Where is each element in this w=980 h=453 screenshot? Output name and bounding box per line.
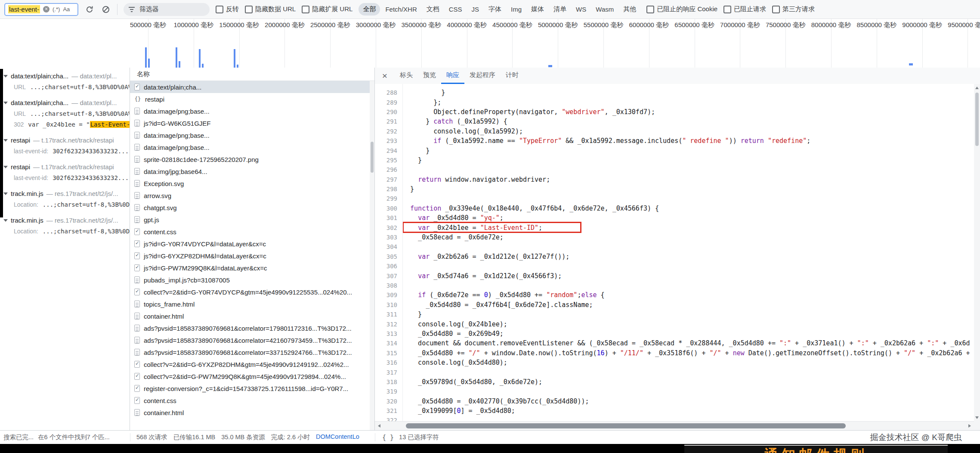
line-number[interactable]: 316 xyxy=(375,359,402,366)
code-vertical-scrollbar[interactable] xyxy=(974,84,980,422)
expand-triangle-icon[interactable] xyxy=(3,166,8,168)
line-number[interactable]: 301 xyxy=(375,214,402,221)
expand-triangle-icon[interactable] xyxy=(3,219,8,222)
regex-icon[interactable]: (.*) xyxy=(53,6,60,12)
code-line[interactable]: 289 }; xyxy=(375,97,974,107)
filter-pill-CSS[interactable]: CSS xyxy=(445,3,467,15)
third-party-checkbox[interactable]: 第三方请求 xyxy=(772,5,815,13)
line-number[interactable]: 304 xyxy=(375,243,402,250)
code-horizontal-scrollbar[interactable] xyxy=(375,421,974,430)
expand-triangle-icon[interactable] xyxy=(3,139,8,142)
checkbox-icon[interactable] xyxy=(646,6,654,13)
close-detail-icon[interactable]: × xyxy=(375,68,395,84)
name-column-header[interactable]: 名称 xyxy=(130,68,374,81)
code-line[interactable]: 288 } xyxy=(375,88,974,97)
request-row[interactable]: data:image/png;base... xyxy=(130,141,370,153)
line-number[interactable]: 298 xyxy=(375,186,402,192)
filter-pill-Wasm[interactable]: Wasm xyxy=(591,3,618,15)
line-number[interactable]: 290 xyxy=(375,109,402,115)
line-number[interactable]: 315 xyxy=(375,350,402,357)
expand-triangle-icon[interactable] xyxy=(3,192,8,195)
line-number[interactable]: 293 xyxy=(375,137,402,144)
code-line[interactable]: 308 xyxy=(375,281,974,290)
request-row[interactable]: collect?v=2&tid=G-6YXZP82DHM&gtm=45je499… xyxy=(130,358,370,370)
line-number[interactable]: 302 xyxy=(375,224,402,231)
code-line[interactable]: 307 var _0x5d74a6 = _0x1d212e(_0x4566f3)… xyxy=(375,271,974,280)
line-number[interactable]: 320 xyxy=(375,398,402,405)
tab-计时[interactable]: 计时 xyxy=(501,68,524,84)
code-line[interactable]: 306 xyxy=(375,261,974,271)
code-line[interactable]: 302 var _0x24b1ee = "Last-Event-ID"; xyxy=(375,223,974,232)
line-number[interactable]: 294 xyxy=(375,147,402,154)
line-number[interactable]: 310 xyxy=(375,301,402,308)
line-number[interactable]: 297 xyxy=(375,176,402,183)
search-file-row[interactable]: track.min.js— res.17track.net/t2/js/... xyxy=(0,215,130,226)
request-row[interactable]: container.html xyxy=(130,310,370,322)
request-row[interactable]: data:image/png;base... xyxy=(130,105,370,117)
code-line[interactable]: 320 _0x5d4d80 = _0x402770(_0x39b7cc(_0x5… xyxy=(375,397,974,406)
line-number[interactable]: 308 xyxy=(375,282,402,289)
line-number[interactable]: 321 xyxy=(375,407,402,414)
request-row[interactable]: data:image/png;base... xyxy=(130,129,370,141)
match-case-icon[interactable]: Aa xyxy=(63,6,70,12)
line-number[interactable]: 319 xyxy=(375,388,402,395)
code-line[interactable]: 299 xyxy=(375,194,974,203)
request-row[interactable]: content.css xyxy=(130,226,370,238)
search-match-row[interactable]: URL...;charset=utf-8,%3B%0D%0A%... xyxy=(0,108,130,119)
request-row[interactable]: ads?pvsid=1858373890769681&correlator=42… xyxy=(130,334,370,346)
filter-pill-其他[interactable]: 其他 xyxy=(619,3,640,16)
scrollbar-thumb[interactable] xyxy=(975,93,979,146)
code-line[interactable]: 298 } xyxy=(375,184,974,194)
request-row[interactable]: Exception.svg xyxy=(130,177,370,189)
checkbox-icon[interactable] xyxy=(723,6,731,13)
line-number[interactable]: 291 xyxy=(375,118,402,125)
checkbox-icon[interactable] xyxy=(772,6,780,13)
code-line[interactable]: 313 _0x5d4d80 = _0x269b49; xyxy=(375,329,974,338)
code-line[interactable]: 315 _0x5d4d80 += "/" + window.Date.now()… xyxy=(375,348,974,358)
code-line[interactable]: 294 } xyxy=(375,146,974,155)
search-match-row[interactable]: Location:...;charset=utf-8,%3B%0D... xyxy=(0,199,130,210)
filter-input[interactable]: 筛选器 xyxy=(124,3,210,16)
line-number[interactable]: 311 xyxy=(375,311,402,318)
code-line[interactable]: 319 xyxy=(375,387,974,396)
scroll-down-icon[interactable] xyxy=(975,416,979,419)
filter-pill-清单[interactable]: 清单 xyxy=(549,3,571,16)
filter-pill-JS[interactable]: JS xyxy=(467,3,484,15)
hide-data-url-checkbox[interactable]: 隐藏数据 URL xyxy=(245,5,296,13)
request-row[interactable]: js?id=G-PW7M299Q8K&l=dataLayer&cx=c xyxy=(130,262,370,274)
request-row[interactable]: js?id=G-6YXZP82DHM&l=dataLayer&cx=c xyxy=(130,250,370,262)
scroll-right-icon[interactable] xyxy=(968,424,971,428)
blocked-requests-checkbox[interactable]: 已阻止请求 xyxy=(723,5,766,13)
expand-triangle-icon[interactable] xyxy=(3,75,8,78)
timeline-overview[interactable]: 500000 毫秒1000000 毫秒1500000 毫秒2000000 毫秒2… xyxy=(0,19,980,68)
request-row[interactable]: container.html xyxy=(130,406,370,419)
line-number[interactable]: 317 xyxy=(375,369,402,376)
search-match-row[interactable]: last-event-id:302f62323433633232... xyxy=(0,172,130,183)
line-number[interactable]: 314 xyxy=(375,340,402,347)
line-number[interactable]: 309 xyxy=(375,292,402,298)
code-line[interactable]: 321 _0x199099[0] = _0x5d4d80; xyxy=(375,406,974,416)
search-file-row[interactable]: track.min.js— res.17track.net/t2/js/... xyxy=(0,188,130,199)
request-row[interactable]: register-conversion?_c=1&cid=1547338725.… xyxy=(130,382,370,394)
filter-pill-媒体[interactable]: 媒体 xyxy=(527,3,548,16)
line-number[interactable]: 289 xyxy=(375,99,402,106)
invert-checkbox[interactable]: 反转 xyxy=(216,5,239,13)
scroll-up-icon[interactable] xyxy=(975,87,979,89)
network-search-input[interactable]: last-event- (.*) Aa xyxy=(4,3,78,16)
line-number[interactable]: 306 xyxy=(375,263,402,270)
line-number[interactable]: 303 xyxy=(375,234,402,241)
code-line[interactable]: 296 xyxy=(375,165,974,174)
request-row[interactable]: sprite-02818c1dee-1725965220207.png xyxy=(130,153,370,165)
search-file-row[interactable]: restapi— t.17track.net/track/restapi xyxy=(0,135,130,146)
code-line[interactable]: 293 if (_0x1a5992.name == "TypeError" &&… xyxy=(375,136,974,146)
code-line[interactable]: 311 } xyxy=(375,310,974,319)
code-line[interactable]: 310 _0x5d4d80 = _0x47f6b4[_0x6de72e].cla… xyxy=(375,300,974,310)
scroll-left-icon[interactable] xyxy=(378,424,380,428)
code-line[interactable]: 316 console.log(_0x5d4d80); xyxy=(375,358,974,367)
clear-network-log-icon[interactable] xyxy=(101,4,111,15)
line-number[interactable]: 292 xyxy=(375,128,402,135)
code-line[interactable]: 312 console.log(_0x24b1ee); xyxy=(375,319,974,329)
request-row[interactable]: {}restapi xyxy=(130,93,370,105)
tab-发起程序[interactable]: 发起程序 xyxy=(464,68,501,84)
code-line[interactable]: 295 } xyxy=(375,155,974,165)
